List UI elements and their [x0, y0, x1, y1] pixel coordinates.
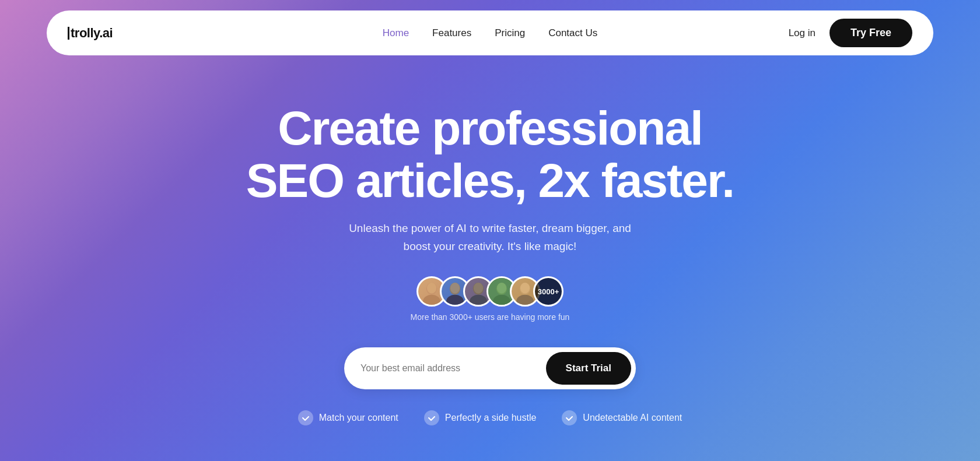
svg-point-8 [474, 283, 483, 293]
email-input[interactable] [360, 363, 546, 374]
check-icon-2 [562, 410, 577, 425]
start-trial-button[interactable]: Start Trial [546, 352, 631, 385]
avatars-row: 3000+ [416, 276, 564, 307]
svg-point-14 [516, 295, 534, 305]
svg-point-12 [497, 283, 506, 293]
nav-links: Home Features Pricing Contact Us [383, 27, 598, 39]
hero-title: Create professional SEO articles, 2x fas… [246, 102, 734, 207]
svg-point-4 [446, 295, 464, 305]
check-icon-0 [298, 410, 313, 425]
hero-section: trolly.ai Home Features Pricing Contact … [0, 0, 980, 461]
features-row: Match your content Perfectly a side hust… [298, 410, 682, 425]
svg-point-1 [423, 295, 440, 305]
feature-item-2: Undetectable AI content [562, 410, 682, 425]
avatar-count: 3000+ [533, 276, 564, 307]
hero-content: Create professional SEO articles, 2x fas… [246, 102, 734, 425]
login-button[interactable]: Log in [789, 27, 816, 39]
email-form: Start Trial [344, 347, 636, 389]
try-free-button[interactable]: Try Free [830, 19, 912, 47]
svg-point-5 [450, 283, 460, 293]
feature-item-1: Perfectly a side hustle [424, 410, 537, 425]
check-icon-1 [424, 410, 439, 425]
nav-link-features[interactable]: Features [432, 27, 471, 39]
svg-point-15 [520, 283, 530, 293]
nav-link-contact[interactable]: Contact Us [548, 27, 597, 39]
nav-right: Log in Try Free [789, 19, 912, 47]
feature-label-0: Match your content [319, 413, 398, 423]
feature-label-2: Undetectable AI content [583, 413, 682, 423]
logo-cursor [68, 27, 69, 40]
nav-link-pricing[interactable]: Pricing [495, 27, 525, 39]
svg-point-2 [427, 283, 436, 293]
hero-title-line2: SEO articles, 2x faster. [246, 154, 734, 207]
nav-link-home[interactable]: Home [383, 27, 409, 39]
hero-subtitle: Unleash the power of AI to write faster,… [338, 220, 642, 255]
navbar: trolly.ai Home Features Pricing Contact … [47, 10, 933, 55]
svg-point-7 [470, 295, 487, 305]
users-label: More than 3000+ users are having more fu… [411, 312, 570, 322]
logo: trolly.ai [68, 26, 113, 41]
feature-label-1: Perfectly a side hustle [445, 413, 537, 423]
feature-item-0: Match your content [298, 410, 398, 425]
hero-title-line1: Create professional [278, 101, 702, 154]
logo-text: trolly.ai [71, 26, 113, 41]
